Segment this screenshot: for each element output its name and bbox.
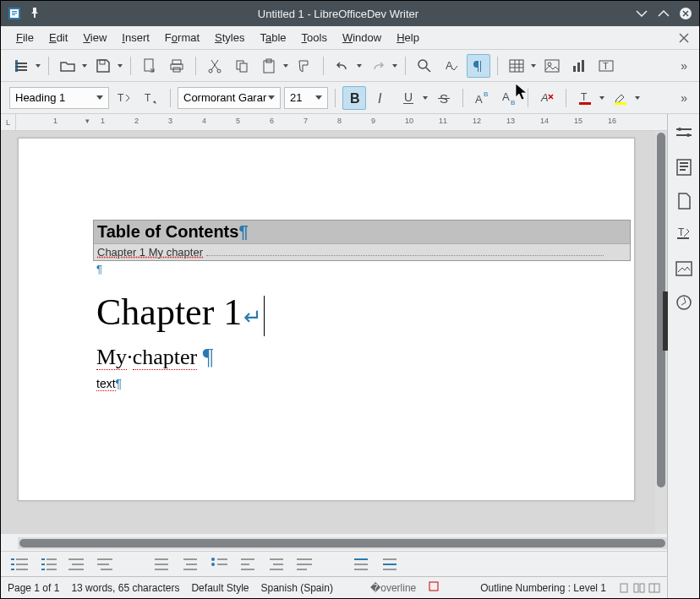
status-words[interactable]: 13 words, 65 characters — [71, 582, 179, 594]
list-btn-2[interactable] — [40, 557, 58, 572]
font-name-select[interactable]: Cormorant Garar — [178, 87, 281, 109]
subscript-button[interactable]: AB — [497, 86, 521, 110]
find-button[interactable] — [413, 54, 436, 78]
redo-dropdown[interactable] — [391, 64, 398, 68]
minimize-button[interactable] — [635, 7, 648, 20]
menu-window[interactable]: Window — [336, 28, 388, 47]
horizontal-ruler[interactable]: L 1 ▾ 1 2 3 4 5 6 7 8 9 10 11 12 13 — [1, 114, 667, 131]
toolbar-overflow[interactable]: » — [677, 59, 691, 73]
close-button[interactable] — [679, 7, 692, 20]
menu-help[interactable]: Help — [390, 28, 426, 47]
status-language[interactable]: Spanish (Spain) — [261, 582, 333, 594]
redo-button[interactable] — [366, 54, 390, 78]
open-dropdown[interactable] — [81, 64, 88, 68]
menu-edit[interactable]: Edit — [42, 28, 74, 47]
list-btn-10[interactable] — [297, 557, 315, 572]
clear-formatting-button[interactable]: A — [535, 86, 559, 110]
list-btn-8[interactable] — [239, 557, 258, 572]
copy-button[interactable] — [230, 54, 254, 78]
status-view-icons[interactable] — [618, 582, 660, 594]
list-btn-5[interactable] — [153, 557, 172, 572]
styles-panel-icon[interactable] — [675, 192, 693, 210]
font-color-button[interactable]: T — [573, 86, 597, 110]
page-panel-icon[interactable] — [675, 158, 693, 177]
multi-page-icon[interactable] — [633, 582, 645, 594]
page[interactable]: Table of Contents¶ Chapter 1 My chapter … — [18, 138, 635, 501]
heading-1[interactable]: Chapter 1↵ — [96, 291, 634, 336]
menu-styles[interactable]: Styles — [208, 28, 251, 47]
superscript-button[interactable]: AB — [470, 86, 494, 110]
properties-panel-icon[interactable] — [675, 124, 693, 143]
highlight-dropdown[interactable] — [634, 96, 641, 100]
list-btn-4[interactable] — [97, 557, 116, 572]
print-button[interactable] — [165, 54, 189, 78]
menubar-close-icon[interactable] — [677, 31, 691, 45]
paragraph-style-select[interactable]: Heading 1 — [9, 87, 109, 109]
body-paragraph[interactable]: text¶ — [96, 377, 634, 390]
list-btn-11[interactable] — [353, 557, 371, 572]
manage-changes-icon[interactable] — [675, 293, 693, 312]
highlight-button[interactable] — [609, 86, 632, 110]
list-btn-1[interactable] — [11, 557, 30, 572]
export-pdf-button[interactable] — [138, 54, 161, 78]
document-viewport[interactable]: Table of Contents¶ Chapter 1 My chapter … — [1, 131, 655, 534]
new-button[interactable] — [9, 54, 33, 78]
horizontal-scrollbar[interactable] — [18, 537, 667, 549]
insert-chart-button[interactable] — [567, 54, 591, 78]
paste-dropdown[interactable] — [282, 64, 289, 68]
single-page-icon[interactable] — [618, 582, 630, 594]
ruler-scale[interactable]: 1 ▾ 1 2 3 4 5 6 7 8 9 10 11 12 13 14 15 — [16, 114, 667, 130]
heading-2[interactable]: My·chapter ¶ — [96, 343, 634, 370]
status-page[interactable]: Page 1 of 1 — [8, 582, 59, 594]
new-dropdown[interactable] — [35, 64, 41, 68]
list-btn-12[interactable] — [381, 557, 400, 572]
list-btn-3[interactable] — [68, 557, 87, 572]
menu-tools[interactable]: Tools — [295, 28, 334, 47]
status-style[interactable]: Default Style — [191, 582, 249, 594]
menu-format[interactable]: Format — [158, 28, 206, 47]
insert-table-button[interactable] — [505, 54, 528, 78]
book-view-icon[interactable] — [648, 582, 660, 594]
maximize-button[interactable] — [657, 7, 670, 20]
font-color-dropdown[interactable] — [599, 96, 605, 100]
status-insert-mode[interactable]: �overline — [370, 582, 416, 594]
format-toolbar-overflow[interactable]: » — [677, 91, 691, 105]
list-btn-6[interactable] — [182, 557, 200, 572]
new-style-button[interactable]: T — [139, 86, 163, 110]
paste-button[interactable] — [257, 54, 281, 78]
menu-table[interactable]: Table — [253, 28, 293, 47]
menu-insert[interactable]: Insert — [115, 28, 156, 47]
menu-file[interactable]: File — [9, 28, 41, 47]
table-dropdown[interactable] — [530, 64, 537, 68]
status-selection-mode[interactable] — [428, 580, 440, 595]
underline-dropdown[interactable] — [422, 96, 429, 100]
clone-formatting-button[interactable] — [293, 54, 316, 78]
font-size-select[interactable]: 21 — [284, 87, 328, 109]
underline-button[interactable]: U — [396, 86, 420, 110]
pin-icon[interactable] — [28, 7, 41, 20]
list-btn-9[interactable] — [268, 557, 287, 572]
formatting-marks-button[interactable] — [467, 54, 490, 78]
toc-entry[interactable]: Chapter 1 My chapter — [93, 243, 631, 261]
save-button[interactable] — [91, 54, 115, 78]
open-button[interactable] — [56, 54, 79, 78]
insert-image-button[interactable] — [540, 54, 564, 78]
insert-textbox-button[interactable]: T — [594, 54, 618, 78]
strikethrough-button[interactable]: S — [432, 86, 456, 110]
empty-paragraph[interactable]: ¶ — [96, 263, 634, 275]
toc-title[interactable]: Table of Contents¶ — [93, 220, 631, 243]
undo-dropdown[interactable] — [356, 64, 363, 68]
italic-button[interactable]: I — [369, 86, 393, 110]
bold-button[interactable]: B — [342, 86, 366, 110]
toc-block[interactable]: Table of Contents¶ Chapter 1 My chapter — [93, 220, 631, 261]
sidebar-handle[interactable] — [663, 291, 668, 351]
update-style-button[interactable]: T — [112, 86, 136, 110]
status-outline[interactable]: Outline Numbering : Level 1 — [480, 582, 606, 594]
save-dropdown[interactable] — [117, 64, 123, 68]
undo-button[interactable] — [331, 54, 354, 78]
menu-view[interactable]: View — [76, 28, 113, 47]
list-btn-7[interactable] — [211, 557, 229, 572]
cut-button[interactable] — [203, 54, 227, 78]
gallery-panel-icon[interactable]: T — [675, 226, 693, 244]
navigator-panel-icon[interactable] — [675, 259, 693, 278]
